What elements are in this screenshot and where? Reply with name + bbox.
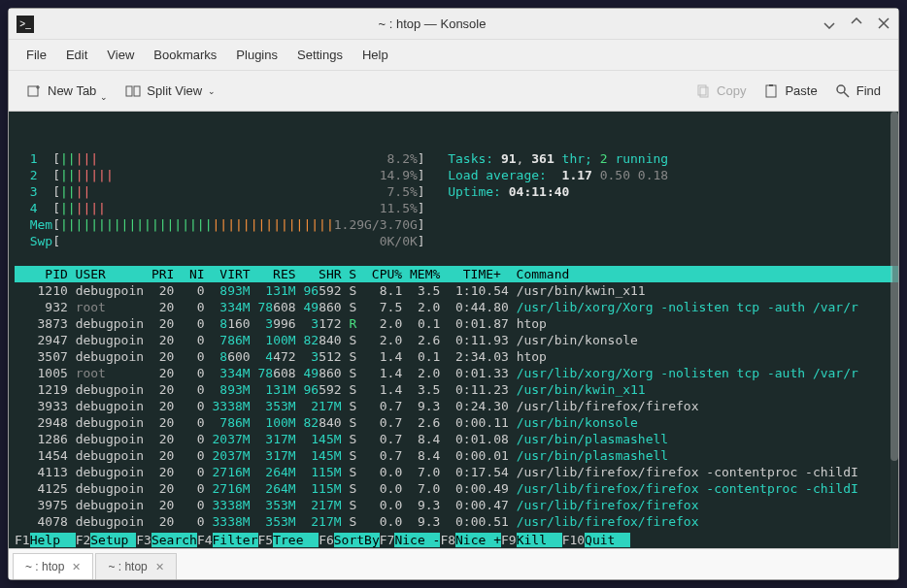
split-view-button[interactable]: Split View ⌄ (125, 83, 216, 99)
find-button[interactable]: Find (835, 83, 881, 99)
process-row[interactable]: 4125 debugpoin 20 0 2716M 264M 115M S 0.… (15, 480, 892, 497)
svg-rect-7 (766, 85, 776, 97)
process-row[interactable]: 1286 debugpoin 20 0 2037M 317M 145M S 0.… (15, 431, 892, 447)
minimize-icon[interactable] (823, 16, 836, 32)
konsole-window: >_ ~ : htop — Konsole FileEditViewBookma… (8, 8, 899, 580)
fkey-F1[interactable]: F1Help (15, 533, 76, 547)
process-header[interactable]: PID USER PRI NI VIRT RES SHR S CPU% MEM%… (15, 266, 892, 282)
tab-label: ~ : htop (25, 560, 64, 573)
fkey-F8[interactable]: F8Nice + (440, 533, 501, 547)
tab[interactable]: ~ : htop✕ (13, 553, 93, 579)
process-row[interactable]: 2947 debugpoin 20 0 786M 100M 82840 S 2.… (15, 332, 892, 348)
process-row[interactable]: 3975 debugpoin 20 0 3338M 353M 217M S 0.… (15, 497, 892, 513)
new-tab-label: New Tab (48, 83, 96, 98)
process-row[interactable]: 932 root 20 0 334M 78608 49860 S 7.5 2.0… (15, 299, 892, 315)
process-row[interactable]: 1219 debugpoin 20 0 893M 131M 96592 S 1.… (15, 381, 892, 398)
menu-settings[interactable]: Settings (297, 48, 343, 62)
scrollbar-thumb[interactable] (890, 112, 898, 461)
fkey-F7[interactable]: F7Nice - (380, 533, 441, 547)
close-icon[interactable] (877, 16, 890, 32)
new-tab-button[interactable]: New Tab ⌄ (26, 83, 108, 99)
close-icon[interactable]: ✕ (155, 561, 164, 573)
chevron-down-icon[interactable]: ⌄ (100, 92, 108, 102)
fkey-F5[interactable]: F5Tree (258, 533, 319, 547)
tab[interactable]: ~ : htop✕ (95, 553, 176, 579)
fkeys-bar: F1Help F2Setup F3SearchF4FilterF5Tree F6… (15, 532, 892, 548)
fkey-F9[interactable]: F9Kill (501, 533, 562, 547)
process-row[interactable]: 2948 debugpoin 20 0 786M 100M 82840 S 0.… (15, 414, 892, 431)
fkey-F4[interactable]: F4Filter (197, 533, 258, 547)
menu-edit[interactable]: Edit (66, 48, 87, 62)
paste-button[interactable]: Paste (763, 83, 817, 99)
svg-rect-3 (126, 86, 132, 96)
process-row[interactable]: 4078 debugpoin 20 0 3338M 353M 217M S 0.… (15, 513, 892, 530)
process-row[interactable]: 4113 debugpoin 20 0 2716M 264M 115M S 0.… (15, 464, 892, 480)
svg-line-10 (844, 92, 849, 97)
svg-rect-4 (134, 86, 140, 96)
paste-label: Paste (785, 83, 817, 98)
menu-plugins[interactable]: Plugins (236, 48, 278, 62)
close-icon[interactable]: ✕ (72, 561, 81, 573)
svg-point-9 (837, 85, 845, 93)
menubar: FileEditViewBookmarksPluginsSettingsHelp (9, 40, 898, 71)
process-row[interactable]: 1210 debugpoin 20 0 893M 131M 96592 S 8.… (15, 282, 892, 299)
scrollbar[interactable] (890, 112, 898, 548)
menu-file[interactable]: File (26, 48, 47, 62)
maximize-icon[interactable] (850, 16, 863, 32)
app-icon: >_ (17, 16, 34, 33)
fkey-F2[interactable]: F2Setup (76, 533, 137, 547)
terminal-output[interactable]: 1 [||||| 8.2%] Tasks: 91, 361 thr; 2 run… (9, 112, 898, 548)
fkey-F3[interactable]: F3Search (136, 533, 197, 547)
process-row[interactable]: 1454 debugpoin 20 0 2037M 317M 145M S 0.… (15, 447, 892, 464)
process-row[interactable]: 3873 debugpoin 20 0 8160 3996 3172 R 2.0… (15, 315, 892, 332)
titlebar[interactable]: >_ ~ : htop — Konsole (9, 9, 898, 40)
find-label: Find (857, 83, 881, 98)
menu-view[interactable]: View (107, 48, 134, 62)
process-row[interactable]: 3933 debugpoin 20 0 3338M 353M 217M S 0.… (15, 398, 892, 414)
tabbar: ~ : htop✕~ : htop✕ (9, 548, 898, 579)
copy-label: Copy (717, 83, 746, 98)
menu-help[interactable]: Help (362, 48, 388, 62)
copy-button[interactable]: Copy (695, 83, 746, 99)
split-view-label: Split View (147, 83, 202, 98)
svg-rect-8 (769, 84, 773, 86)
tab-label: ~ : htop (108, 560, 147, 573)
chevron-down-icon[interactable]: ⌄ (208, 86, 216, 96)
window-title: ~ : htop — Konsole (42, 16, 823, 31)
process-row[interactable]: 1005 root 20 0 334M 78608 49860 S 1.4 2.… (15, 365, 892, 381)
menu-bookmarks[interactable]: Bookmarks (153, 48, 217, 62)
process-row[interactable]: 3507 debugpoin 20 0 8600 4472 3512 S 1.4… (15, 348, 892, 365)
fkey-F10[interactable]: F10Quit (562, 533, 630, 547)
toolbar: New Tab ⌄ Split View ⌄ Copy Paste Find (9, 71, 898, 112)
fkey-F6[interactable]: F6SortBy (319, 533, 380, 547)
